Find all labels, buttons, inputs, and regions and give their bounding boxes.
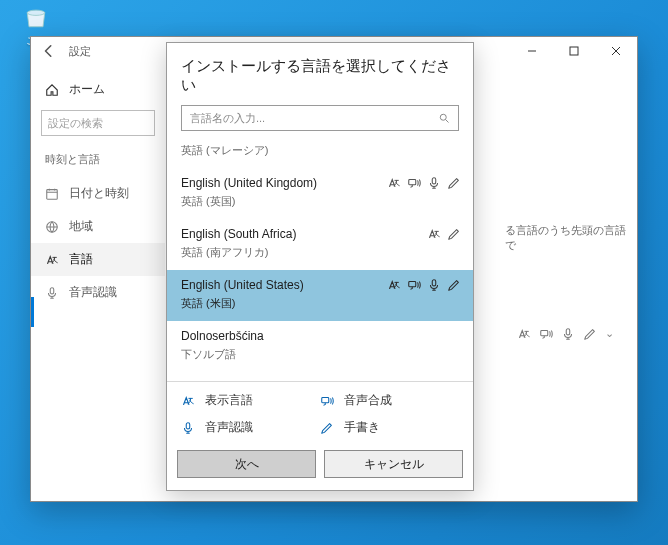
calendar-icon xyxy=(45,187,59,201)
language-name-native: 英語 (南アフリカ) xyxy=(181,245,459,260)
home-label: ホーム xyxy=(69,81,105,98)
language-icon xyxy=(427,227,441,241)
dialog-buttons: 次へ キャンセル xyxy=(167,444,473,490)
language-name-en: Dolnoserbšćina xyxy=(181,329,459,343)
sidebar-item-region[interactable]: 地域 xyxy=(31,210,165,243)
legend-speech: 音声認識 xyxy=(181,419,320,436)
legend-label: 表示言語 xyxy=(205,392,253,409)
language-name-native: 下ソルブ語 xyxy=(181,347,459,362)
nav-home[interactable]: ホーム xyxy=(31,75,165,104)
sidebar-item-language[interactable]: 言語 xyxy=(31,243,165,276)
sidebar: ホーム 設定の検索 時刻と言語 日付と時刻 地域 言語 音声認識 xyxy=(31,65,165,501)
handwriting-icon xyxy=(583,327,597,341)
button-label: キャンセル xyxy=(364,456,424,473)
language-features xyxy=(387,176,461,190)
search-placeholder: 言語名の入力... xyxy=(190,111,438,126)
language-row[interactable]: English (South Africa)英語 (南アフリカ) xyxy=(167,219,473,270)
sidebar-item-speech[interactable]: 音声認識 xyxy=(31,276,165,309)
tts-icon xyxy=(407,176,421,190)
recycle-bin-icon xyxy=(22,4,50,32)
sidebar-item-label: 言語 xyxy=(69,251,93,268)
language-name-native: 英語 (マレーシア) xyxy=(181,143,459,158)
sidebar-item-label: 音声認識 xyxy=(69,284,117,301)
maximize-button[interactable] xyxy=(553,37,595,65)
main-hint-text: る言語のうち先頭の言語で xyxy=(505,223,627,253)
language-icon xyxy=(387,176,401,190)
dialog-title: インストールする言語を選択してください xyxy=(167,43,473,105)
language-icon xyxy=(517,327,531,341)
chevron-icon: ⌄ xyxy=(605,327,619,341)
sidebar-section-header: 時刻と言語 xyxy=(31,148,165,177)
tts-icon xyxy=(320,394,334,408)
language-name-native: 英語 (英国) xyxy=(181,194,459,209)
microphone-icon xyxy=(45,286,59,300)
microphone-icon xyxy=(561,327,575,341)
tts-icon xyxy=(539,327,553,341)
handwriting-icon xyxy=(447,278,461,292)
back-button[interactable] xyxy=(31,37,67,65)
handwriting-icon xyxy=(447,380,461,381)
next-button[interactable]: 次へ xyxy=(177,450,316,478)
sidebar-search[interactable]: 設定の検索 xyxy=(41,110,155,136)
language-name-en: English (South Africa) xyxy=(181,227,459,241)
cancel-button[interactable]: キャンセル xyxy=(324,450,463,478)
handwriting-icon xyxy=(447,176,461,190)
language-row[interactable]: English (United States)英語 (米国) xyxy=(167,270,473,321)
language-row[interactable]: Dolnoserbšćina下ソルブ語 xyxy=(167,321,473,372)
legend-handwriting: 手書き xyxy=(320,419,459,436)
language-features xyxy=(387,278,461,292)
language-icon xyxy=(181,394,195,408)
legend-label: 音声合成 xyxy=(344,392,392,409)
legend-label: 手書き xyxy=(344,419,380,436)
window-title: 設定 xyxy=(67,44,91,59)
legend-tts: 音声合成 xyxy=(320,392,459,409)
language-features xyxy=(427,227,461,241)
sidebar-active-indicator xyxy=(31,297,34,327)
globe-icon xyxy=(45,220,59,234)
sidebar-item-label: 地域 xyxy=(69,218,93,235)
language-name-native: 英語 (米国) xyxy=(181,296,459,311)
feature-legend: 表示言語 音声合成 音声認識 手書き xyxy=(167,381,473,444)
microphone-icon xyxy=(181,421,195,435)
add-language-dialog: インストールする言語を選択してください 言語名の入力... 英語 (マレーシア)… xyxy=(166,42,474,491)
sidebar-item-datetime[interactable]: 日付と時刻 xyxy=(31,177,165,210)
language-icon xyxy=(387,278,401,292)
language-row[interactable]: 한국어韓国語 xyxy=(167,372,473,381)
microphone-icon xyxy=(427,278,441,292)
language-icon xyxy=(45,253,59,267)
handwriting-icon xyxy=(320,421,334,435)
language-features xyxy=(407,380,461,381)
legend-label: 音声認識 xyxy=(205,419,253,436)
microphone-icon xyxy=(427,176,441,190)
language-list[interactable]: 英語 (マレーシア)English (United Kingdom)英語 (英国… xyxy=(167,139,473,381)
search-icon xyxy=(438,112,450,124)
button-label: 次へ xyxy=(235,456,259,473)
language-icon xyxy=(407,380,421,381)
minimize-button[interactable] xyxy=(511,37,553,65)
language-row[interactable]: English (United Kingdom)英語 (英国) xyxy=(167,168,473,219)
language-search-input[interactable]: 言語名の入力... xyxy=(181,105,459,131)
legend-display: 表示言語 xyxy=(181,392,320,409)
language-row[interactable]: 英語 (マレーシア) xyxy=(167,143,473,168)
tts-icon xyxy=(407,278,421,292)
close-button[interactable] xyxy=(595,37,637,65)
sidebar-item-label: 日付と時刻 xyxy=(69,185,129,202)
sidebar-search-placeholder: 設定の検索 xyxy=(48,116,103,131)
tts-icon xyxy=(427,380,441,381)
home-icon xyxy=(45,83,59,97)
main-feature-row: ⌄ xyxy=(517,327,619,341)
handwriting-icon xyxy=(447,227,461,241)
